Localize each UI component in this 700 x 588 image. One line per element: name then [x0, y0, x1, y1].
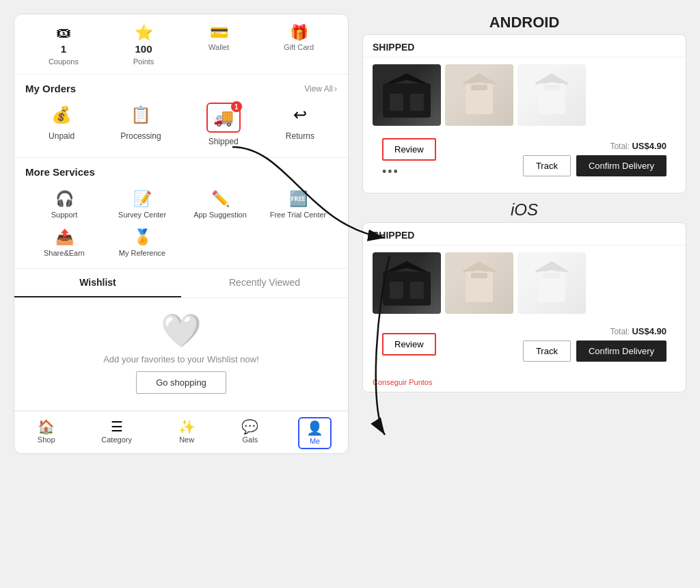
service-app-suggestion[interactable]: ✏️ App Suggestion	[181, 186, 259, 224]
tab-wishlist[interactable]: Wishlist	[14, 269, 181, 297]
ios-bottom-text: Conseguir Puntos	[363, 375, 686, 392]
ios-confirm-button[interactable]: Confirm Delivery	[576, 340, 667, 362]
svg-marker-11	[386, 261, 427, 271]
svg-rect-13	[410, 282, 424, 299]
go-shopping-button[interactable]: Go shopping	[136, 371, 226, 394]
wishlist-tabs: Wishlist Recently Viewed	[14, 269, 348, 298]
ios-section: iOS SHIPPED	[362, 200, 686, 392]
category-icon: ☰	[111, 420, 123, 433]
svg-rect-3	[410, 94, 424, 111]
unpaid-icon-wrap: 💰	[48, 103, 75, 127]
shipped-icon: 🚚	[213, 109, 234, 126]
order-returns[interactable]: ↩ Returns	[286, 103, 314, 146]
support-icon: 🎧	[55, 191, 74, 206]
services-header: More Services	[25, 166, 337, 178]
service-my-reference[interactable]: 🏅 My Reference	[103, 224, 181, 263]
new-icon: ✨	[178, 420, 196, 433]
svg-marker-17	[535, 261, 569, 273]
wallet-stat[interactable]: 💳 Wallet	[208, 25, 229, 66]
survey-icon: 📝	[133, 191, 152, 206]
svg-rect-9	[543, 85, 560, 90]
order-shipped[interactable]: 🚚 1 Shipped	[206, 103, 241, 146]
service-support[interactable]: 🎧 Support	[25, 186, 103, 224]
ios-review-button[interactable]: Review	[382, 333, 436, 356]
view-all-link[interactable]: View All ›	[304, 84, 337, 94]
suggestion-label: App Suggestion	[193, 211, 247, 219]
ios-actions-right: Total: US$4.90 Track Confirm Delivery	[523, 326, 667, 362]
android-card-body: Review ••• Total: US$4.90 Track Confirm …	[363, 57, 686, 193]
support-label: Support	[51, 211, 78, 219]
ios-card-footer: Review Total: US$4.90 Track Confirm Deli…	[373, 321, 676, 369]
nav-category[interactable]: ☰ Category	[94, 417, 139, 449]
ios-product-img-2	[445, 252, 513, 314]
my-orders-section: My Orders View All › 💰 Unpaid 📋 Processi…	[14, 75, 348, 158]
processing-icon: 📋	[131, 107, 151, 123]
svg-rect-19	[543, 273, 560, 278]
ios-card-status: SHIPPED	[363, 223, 686, 245]
right-panel: ANDROID SHIPPED	[362, 14, 686, 392]
ios-action-btns: Track Confirm Delivery	[523, 340, 667, 362]
coupon-label: Coupons	[49, 57, 79, 66]
android-review-button[interactable]: Review	[382, 138, 436, 161]
nav-new-label: New	[179, 436, 194, 444]
svg-rect-2	[390, 94, 403, 111]
nav-new[interactable]: ✨ New	[172, 417, 202, 449]
points-label: Points	[133, 57, 154, 66]
wishlist-empty-text: Add your favorites to your Wishlist now!	[103, 354, 259, 364]
orders-header: My Orders View All ›	[25, 83, 337, 94]
android-total: Total: US$4.90	[610, 141, 667, 151]
android-product-images	[373, 64, 676, 126]
my-reference-icon: 🏅	[133, 230, 152, 245]
free-trial-icon: 🆓	[289, 191, 308, 206]
unpaid-label: Unpaid	[49, 131, 75, 141]
giftcard-label: Gift Card	[284, 43, 314, 51]
ios-product-img-3	[517, 252, 586, 314]
stats-row: 🎟 1 Coupons ⭐ 100 Points 💳 Wallet 🎁 Gift…	[14, 14, 348, 75]
heart-icon: 🤍	[161, 315, 202, 347]
my-reference-label: My Reference	[119, 249, 165, 257]
service-free-trial[interactable]: 🆓 Free Trial Center	[259, 186, 337, 224]
android-actions-left: Review •••	[382, 138, 436, 179]
coupon-count: 1	[61, 43, 66, 55]
giftcard-stat[interactable]: 🎁 Gift Card	[284, 25, 314, 66]
shop-icon: 🏠	[38, 420, 55, 433]
android-track-button[interactable]: Track	[523, 155, 571, 176]
coupons-stat[interactable]: 🎟 1 Coupons	[49, 25, 79, 66]
android-actions-right: Total: US$4.90 Track Confirm Delivery	[523, 141, 667, 176]
android-product-img-1	[373, 64, 441, 126]
processing-icon-wrap: 📋	[127, 103, 154, 127]
phone-app-panel: 🎟 1 Coupons ⭐ 100 Points 💳 Wallet 🎁 Gift…	[14, 14, 349, 454]
android-product-img-2	[445, 64, 513, 126]
service-survey[interactable]: 📝 Survey Center	[103, 186, 181, 224]
android-product-img-3	[517, 64, 586, 126]
svg-marker-14	[462, 261, 496, 273]
nav-category-label: Category	[101, 436, 132, 444]
share-earn-icon: 📤	[55, 230, 74, 245]
nav-shop[interactable]: 🏠 Shop	[31, 417, 62, 449]
svg-marker-1	[386, 73, 427, 83]
android-dots: •••	[382, 165, 436, 179]
order-processing[interactable]: 📋 Processing	[120, 103, 161, 146]
service-share-earn[interactable]: 📤 Share&Earn	[25, 224, 103, 263]
nav-gals[interactable]: 💬 Gals	[234, 417, 265, 449]
tab-recently-viewed[interactable]: Recently Viewed	[181, 269, 348, 297]
points-stat[interactable]: ⭐ 100 Points	[133, 25, 154, 66]
android-card-status: SHIPPED	[363, 35, 686, 57]
more-services-section: More Services 🎧 Support 📝 Survey Center …	[14, 158, 348, 269]
order-unpaid[interactable]: 💰 Unpaid	[48, 103, 75, 146]
orders-grid: 💰 Unpaid 📋 Processing 🚚 1 Shipped ↩	[25, 103, 337, 152]
survey-label: Survey Center	[118, 211, 166, 219]
ios-card-body: Review Total: US$4.90 Track Confirm Deli…	[363, 245, 686, 375]
android-order-card: SHIPPED	[362, 34, 686, 193]
nav-shop-label: Shop	[38, 436, 55, 444]
bottom-nav: 🏠 Shop ☰ Category ✨ New 💬 Gals 👤 Me	[14, 411, 348, 453]
android-action-btns: Track Confirm Delivery	[523, 155, 667, 176]
android-confirm-button[interactable]: Confirm Delivery	[576, 155, 667, 176]
nav-me-label: Me	[310, 437, 320, 445]
svg-marker-7	[535, 73, 569, 85]
android-section: ANDROID SHIPPED	[362, 14, 686, 193]
nav-me[interactable]: 👤 Me	[298, 417, 332, 449]
returns-icon: ↩	[293, 107, 307, 123]
ios-track-button[interactable]: Track	[523, 340, 571, 362]
wishlist-empty-state: 🤍 Add your favorites to your Wishlist no…	[14, 298, 348, 410]
